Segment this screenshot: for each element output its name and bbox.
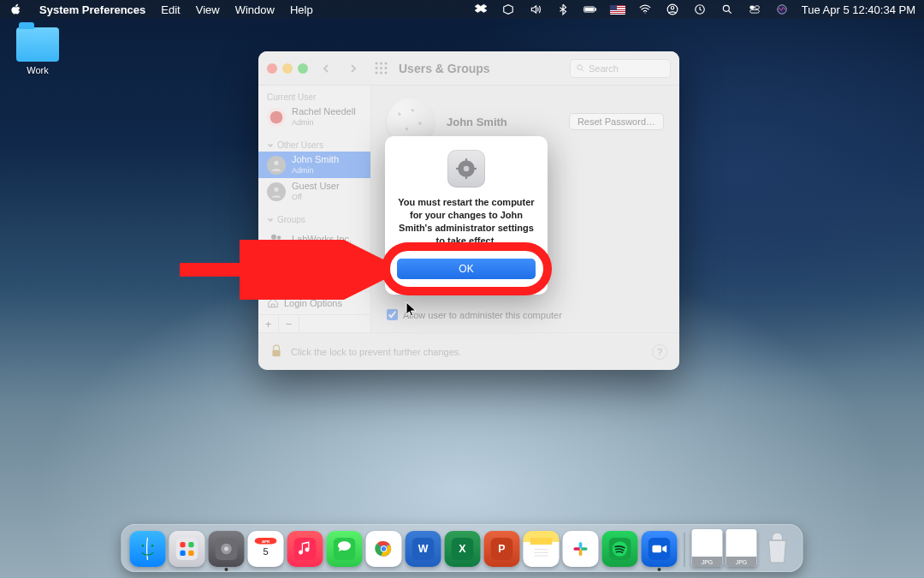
user-role: Admin [292,166,314,175]
admin-checkbox-label: Allow user to administer this computer [403,310,562,320]
user-switch-icon[interactable] [665,3,680,15]
admin-checkbox[interactable]: Allow user to administer this computer [387,309,562,320]
box-icon[interactable] [500,3,516,15]
search-icon [576,63,585,73]
svg-rect-31 [456,168,459,170]
dock-app-messages[interactable] [327,531,363,567]
reset-password-button[interactable]: Reset Password… [569,113,664,130]
dock-app-powerpoint[interactable]: P [484,531,520,567]
dock-app-calendar[interactable]: APR5 [248,531,284,567]
forward-button[interactable] [344,59,363,78]
dock-app-word[interactable]: W [406,531,441,567]
dock-app-launchpad[interactable] [169,531,205,567]
search-placeholder: Search [589,63,619,74]
svg-text:P: P [498,543,505,555]
sidebar-current-user[interactable]: Rachel Needell Admin [258,104,370,130]
dock-app-notes[interactable] [524,531,560,567]
app-menu[interactable]: System Preferences [39,3,145,16]
svg-point-36 [151,545,153,546]
dock-app-chrome[interactable] [366,531,402,567]
svg-rect-26 [272,349,280,355]
window-footer: Click the lock to prevent further change… [258,332,679,370]
sidebar-user-guest[interactable]: Guest User Off [258,178,370,205]
menu-edit[interactable]: Edit [161,3,180,16]
window-toolbar: Users & Groups Search [258,51,679,86]
show-all-button[interactable] [371,59,390,78]
dock-app-spotify[interactable] [602,531,638,567]
bluetooth-icon[interactable] [555,3,571,15]
window-title: Users & Groups [399,62,490,75]
volume-icon[interactable] [528,3,543,15]
control-center-icon[interactable] [747,3,762,15]
restart-required-dialog: You must restart the computer for your c… [385,136,548,295]
user-role: Admin [292,118,314,127]
svg-rect-2 [595,9,595,10]
svg-rect-39 [188,542,193,547]
running-indicator [658,568,661,571]
help-button[interactable]: ? [652,344,667,360]
svg-point-13 [384,63,387,65]
lock-icon[interactable] [270,344,282,360]
sidebar-group-labworks[interactable]: LabWorks Inc. [258,226,370,252]
input-source-flag[interactable] [610,5,625,15]
dock-app-system-preferences[interactable] [209,531,245,567]
search-input[interactable]: Search [570,59,671,78]
avatar [267,182,286,201]
sidebar-header-other[interactable]: Other Users [258,137,370,152]
zoom-button[interactable] [298,63,308,74]
remove-user-button[interactable]: − [279,315,299,332]
menu-window[interactable]: Window [235,3,275,16]
svg-rect-29 [465,158,467,162]
sidebar-user-john-smith[interactable]: John Smith Admin [258,152,370,178]
menu-view[interactable]: View [196,3,220,16]
svg-rect-32 [473,168,477,170]
svg-point-19 [384,72,387,74]
dock-app-excel[interactable]: X [445,531,481,567]
dock-app-zoom[interactable] [642,531,678,567]
svg-rect-49 [294,538,317,560]
apple-menu[interactable] [9,3,24,15]
add-user-button[interactable]: + [258,315,279,332]
svg-point-24 [271,235,276,240]
menubar-clock[interactable]: Tue Apr 5 12:40:34 PM [802,3,915,16]
siri-icon[interactable] [774,3,790,15]
ok-button[interactable]: OK [397,259,536,279]
chevron-down-icon [267,142,274,149]
svg-rect-7 [750,6,755,9]
dock-trash[interactable] [761,529,795,567]
svg-rect-67 [579,542,583,548]
svg-rect-41 [188,551,193,556]
close-button[interactable] [267,63,277,74]
minimize-button[interactable] [282,63,293,74]
sidebar-plus-minus: + − [258,314,370,332]
dock-app-slack[interactable] [563,531,599,567]
clock-icon[interactable] [692,3,708,15]
doc-type-label: JPG [726,557,757,567]
admin-checkbox-input[interactable] [387,309,398,320]
sidebar-header-groups[interactable]: Groups [258,212,370,226]
dock-app-music[interactable] [287,531,323,567]
dock-document[interactable]: JPG [692,529,723,567]
desktop-folder-work[interactable]: Work [12,27,63,75]
dock-document[interactable]: JPG [726,529,757,567]
svg-point-22 [274,160,278,164]
dock-app-finder[interactable] [130,531,166,567]
sidebar-header-current: Current User [258,89,370,104]
svg-rect-68 [581,547,587,551]
svg-point-11 [375,63,377,65]
svg-text:APR: APR [262,539,270,544]
house-icon [267,297,279,309]
back-button[interactable] [317,59,335,78]
menu-help[interactable]: Help [290,3,313,16]
battery-icon[interactable] [583,3,598,15]
wifi-icon[interactable] [637,3,653,15]
window-traffic-lights [267,63,308,74]
spotlight-icon[interactable] [720,3,735,15]
sidebar-login-options[interactable]: Login Options [258,291,370,314]
system-preferences-icon [447,150,485,188]
users-sidebar: Current User Rachel Needell Admin Other … [258,86,371,332]
dropbox-icon[interactable] [473,3,489,15]
svg-point-16 [384,67,387,69]
svg-point-17 [375,72,377,74]
svg-rect-9 [750,10,760,13]
